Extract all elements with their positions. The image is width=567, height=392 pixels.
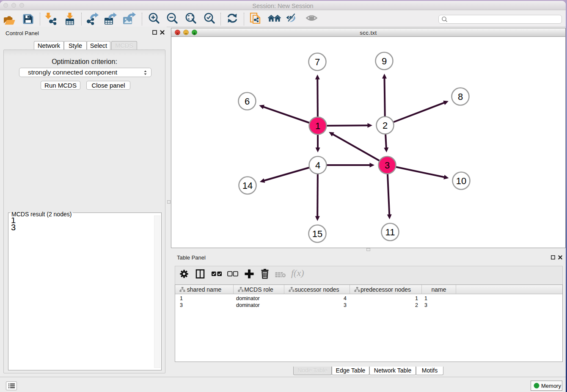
svg-text:6: 6 — [245, 96, 250, 107]
svg-text:3: 3 — [385, 160, 390, 171]
svg-text:1: 1 — [315, 121, 320, 131]
svg-text:7: 7 — [315, 57, 320, 67]
svg-text:10: 10 — [456, 176, 466, 186]
svg-text:2: 2 — [383, 120, 388, 131]
svg-text:14: 14 — [242, 180, 253, 191]
svg-text:9: 9 — [382, 56, 387, 66]
svg-text:11: 11 — [385, 227, 395, 237]
svg-text:4: 4 — [315, 160, 320, 171]
svg-text:8: 8 — [458, 91, 463, 102]
svg-text:15: 15 — [312, 229, 322, 239]
